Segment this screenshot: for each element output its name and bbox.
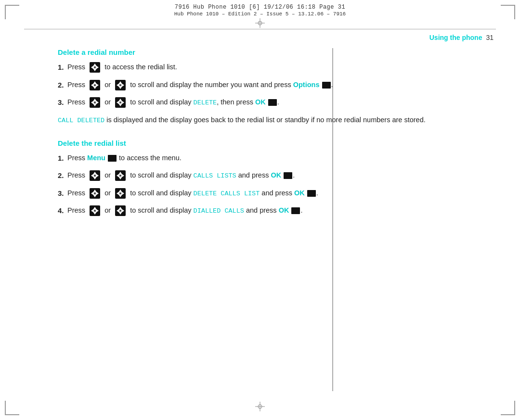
s2-step4-content: Press or (67, 205, 462, 216)
section2-step3: 3. Press or (58, 188, 462, 199)
s2-step2-content: Press or (67, 170, 462, 181)
ok-btn-2 (322, 82, 331, 89)
section2-title: Delete the redial list (58, 139, 462, 147)
header-line2: Hub Phone 1010 – Edition 2 – Issue 5 – 1… (174, 11, 346, 17)
corner-mark-bl (5, 401, 19, 415)
svg-rect-62 (94, 210, 96, 212)
header: 7916 Hub Phone 1010 [6] 19/12/06 16:18 P… (24, 4, 496, 17)
svg-rect-8 (94, 66, 96, 68)
s2-step1-content: Press Menu to access the menu. (67, 153, 462, 164)
step3-content: Press or (67, 97, 462, 108)
ok-btn-s2-2 (284, 172, 292, 179)
nav-icon-s2-4b (115, 205, 126, 216)
section2: Delete the redial list 1. Press Menu to … (58, 139, 462, 216)
corner-mark-tr (501, 5, 515, 19)
nav-icon-s2-3b (115, 188, 126, 199)
nav-icon-2a (90, 80, 100, 90)
section2-step1: 1. Press Menu to access the menu. (58, 153, 462, 164)
step2-number: 2. (58, 80, 67, 91)
step2-content: Press or (67, 80, 462, 90)
ok-btn-s2-3 (307, 190, 316, 197)
svg-rect-20 (119, 84, 121, 86)
calls-lists-mono: CALLS LISTS (194, 172, 236, 179)
step3-number: 3. (58, 97, 67, 108)
svg-rect-50 (94, 192, 96, 194)
s2-step2-number: 2. (58, 170, 67, 181)
section1-step2: 2. Press or (58, 80, 462, 91)
svg-rect-68 (119, 210, 121, 212)
nav-icon-3a (90, 97, 100, 108)
svg-rect-56 (119, 192, 121, 194)
header-line1: 7916 Hub Phone 1010 [6] 19/12/06 16:18 P… (175, 4, 345, 11)
svg-rect-44 (119, 175, 121, 177)
nav-icon-3b (115, 97, 126, 108)
ok-label-s2-2: OK (271, 171, 281, 179)
s2-step1-number: 1. (58, 153, 67, 164)
dialled-calls-mono: DIALLED CALLS (194, 207, 244, 215)
main-content: Delete a redial number 1. Press (58, 48, 462, 391)
top-crosshair (255, 18, 265, 29)
section2-step4: 4. Press or (58, 205, 462, 216)
nav-icon-1 (90, 62, 100, 73)
section2-list: 1. Press Menu to access the menu. 2. Pre… (58, 153, 462, 216)
nav-icon-s2-2a (90, 170, 100, 181)
nav-icon-2b (115, 80, 126, 90)
ok-label-s2-3: OK (294, 189, 305, 197)
svg-rect-26 (94, 102, 96, 103)
s2-step3-number: 3. (58, 188, 67, 199)
delete-calls-list-mono: DELETE CALLS LIST (194, 190, 260, 197)
nav-icon-s2-2b (115, 170, 126, 181)
section-label: Using the phone (429, 34, 482, 41)
page-number: 31 (486, 34, 494, 41)
section2-step2: 2. Press or (58, 170, 462, 181)
corner-mark-tl (5, 5, 19, 19)
ok-label-3: OK (255, 98, 266, 106)
ok-btn-s2-1 (108, 155, 117, 162)
svg-rect-38 (94, 175, 96, 177)
call-deleted-mono: CALL DELETED (58, 117, 104, 124)
section1-info: CALL DELETED is displayed and the displa… (58, 115, 462, 126)
section1-list: 1. Press to access t (58, 62, 462, 108)
page-header: Using the phone 31 (429, 34, 494, 41)
top-rule (24, 29, 496, 29)
section1-title: Delete a redial number (58, 48, 462, 56)
step1-number: 1. (58, 62, 67, 73)
section1: Delete a redial number 1. Press (58, 48, 462, 126)
section1-step3: 3. Press or (58, 97, 462, 108)
corner-mark-br (501, 401, 515, 415)
step1-content: Press to access the redial list. (67, 62, 462, 73)
nav-icon-s2-4a (90, 205, 100, 216)
nav-icon-s2-3a (90, 188, 100, 199)
options-label: Options (293, 81, 320, 89)
section1-step1: 1. Press to access t (58, 62, 462, 73)
bottom-crosshair (255, 402, 265, 411)
ok-label-s2-4: OK (279, 206, 289, 214)
svg-rect-14 (94, 84, 96, 86)
ok-btn-s2-4 (291, 207, 300, 214)
s2-step3-content: Press or (67, 188, 462, 199)
info-text: is displayed and the display goes back t… (104, 116, 426, 124)
s2-step4-number: 4. (58, 205, 67, 216)
menu-label: Menu (87, 154, 105, 162)
ok-btn-3 (268, 99, 277, 106)
svg-rect-32 (119, 102, 121, 103)
delete-mono: DELETE (194, 99, 217, 106)
